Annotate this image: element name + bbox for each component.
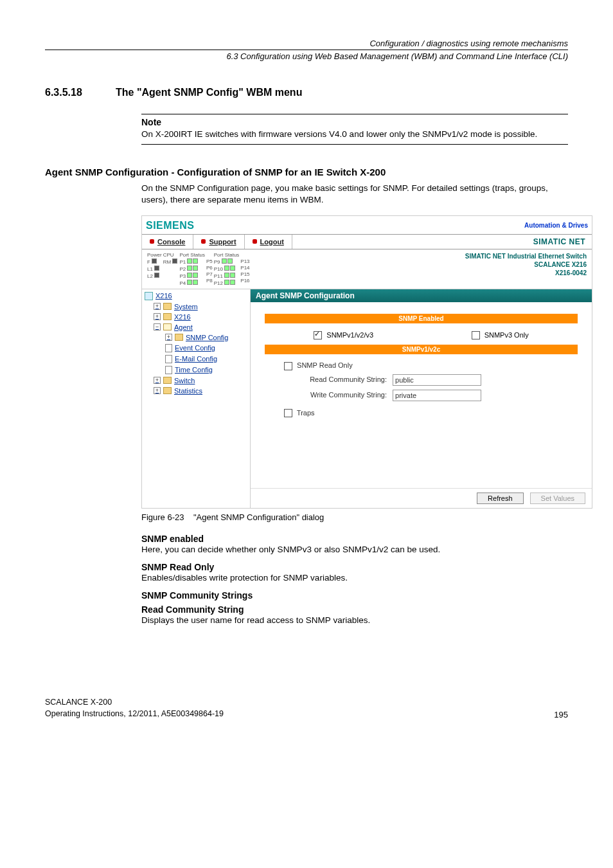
folder-icon xyxy=(175,334,183,341)
page-icon xyxy=(165,355,172,363)
write-community-input[interactable]: private xyxy=(393,390,481,401)
note-body: On X-200IRT IE switches with firmware ve… xyxy=(141,129,568,144)
section-title: The "Agent SNMP Config" WBM menu xyxy=(116,87,302,98)
expand-icon[interactable]: + xyxy=(165,334,172,341)
figure-caption: Figure 6-23 "Agent SNMP Configuration" d… xyxy=(141,512,568,522)
intro-paragraph: On the SNMP Configuration page, you make… xyxy=(141,183,568,206)
set-values-button: Set Values xyxy=(530,493,585,504)
nav-tree: X216 + System + X216 − xyxy=(142,289,251,508)
power-label: Power xyxy=(147,252,162,258)
snmp-v3only-option[interactable]: SNMPv3 Only xyxy=(472,331,529,340)
folder-icon xyxy=(163,303,172,310)
automation-drives-link[interactable]: Automation & Drives xyxy=(524,222,588,229)
running-head: Configuration / diagnostics using remote… xyxy=(45,39,568,48)
read-community-heading: Read Community String xyxy=(141,604,568,615)
dot-icon xyxy=(150,239,154,244)
l2-label: L2 xyxy=(147,273,153,279)
running-sub: 6.3 Configuration using Web Based Manage… xyxy=(45,50,568,61)
snmp-read-only-text: Enables/disables write protection for SN… xyxy=(141,572,568,584)
nav-event-config[interactable]: Event Config xyxy=(142,343,250,354)
nav-email-config[interactable]: E-Mail Config xyxy=(142,354,250,365)
tab-support[interactable]: Support xyxy=(193,235,244,249)
device-icon xyxy=(145,292,153,300)
dot-icon xyxy=(253,239,257,244)
siemens-logo: SIEMENS xyxy=(146,220,195,231)
write-community-label: Write Community String: xyxy=(284,391,391,399)
device-id: SIMATIC NET Industrial Ethernet Switch S… xyxy=(465,252,587,286)
folder-icon xyxy=(163,313,172,320)
tab-logout-label: Logout xyxy=(260,238,284,246)
page-icon xyxy=(165,366,172,374)
nav-snmp-config[interactable]: + SNMP Config xyxy=(142,332,250,343)
tab-console-label: Console xyxy=(157,238,185,246)
rm-label: RM xyxy=(163,259,171,265)
traps-option[interactable]: Traps xyxy=(265,407,578,420)
note-label: Note xyxy=(141,114,568,129)
nav-root[interactable]: X216 xyxy=(142,291,250,302)
folder-icon xyxy=(163,377,172,384)
snmp-read-only-heading: SNMP Read Only xyxy=(141,562,568,572)
snmp-enabled-heading: SNMP enabled xyxy=(141,534,568,544)
port-status-b: Port Status xyxy=(214,252,240,258)
port-status-panel: Power F L1 L2 CPU RM Port Status P1 P2 P… xyxy=(147,252,250,286)
read-community-text: Displays the user name for read access t… xyxy=(141,615,568,626)
refresh-button[interactable]: Refresh xyxy=(477,493,524,504)
dot-icon xyxy=(201,239,206,244)
collapse-icon[interactable]: − xyxy=(154,323,161,330)
l1-label: L1 xyxy=(147,266,153,272)
footer-left: SCALANCE X-200 Operating Instructions, 1… xyxy=(45,697,224,719)
nav-switch[interactable]: + Switch xyxy=(142,375,250,386)
checkbox-icon[interactable] xyxy=(284,409,292,417)
footer-page-number: 195 xyxy=(554,710,568,719)
expand-icon[interactable]: + xyxy=(154,387,161,394)
nav-statistics[interactable]: + Statistics xyxy=(142,386,250,396)
tab-support-label: Support xyxy=(209,238,236,246)
expand-icon[interactable]: + xyxy=(154,303,161,310)
f-label: F xyxy=(147,259,150,265)
band-snmp-enabled: SNMP Enabled xyxy=(265,314,578,323)
page-icon xyxy=(165,344,172,352)
expand-icon[interactable]: + xyxy=(154,377,161,384)
checkbox-icon[interactable] xyxy=(314,331,322,339)
subheading: Agent SNMP Configuration - Configuration… xyxy=(45,167,568,177)
folder-icon xyxy=(163,387,172,394)
cpu-label: CPU xyxy=(163,252,179,258)
folder-open-icon xyxy=(163,323,172,330)
snmp-community-strings-heading: SNMP Community Strings xyxy=(141,590,568,601)
checkbox-icon[interactable] xyxy=(284,362,292,370)
checkbox-icon[interactable] xyxy=(472,331,480,339)
port-status-a: Port Status xyxy=(179,252,205,258)
wbm-screenshot: SIEMENS Automation & Drives Console Supp… xyxy=(141,215,592,509)
nav-time-config[interactable]: Time Config xyxy=(142,365,250,375)
main-panel-title: Agent SNMP Configuration xyxy=(251,289,592,302)
read-community-input[interactable]: public xyxy=(393,374,481,386)
expand-icon[interactable]: + xyxy=(154,313,161,320)
band-snmp-v12c: SNMPv1/v2c xyxy=(265,345,578,354)
section-number: 6.3.5.18 xyxy=(45,87,116,98)
tab-logout[interactable]: Logout xyxy=(245,235,292,249)
tab-console[interactable]: Console xyxy=(142,235,193,249)
simatic-net-label: SIMATIC NET xyxy=(527,235,592,249)
nav-agent[interactable]: − Agent xyxy=(142,322,250,332)
snmp-read-only-option[interactable]: SNMP Read Only xyxy=(265,359,578,372)
snmp-v123-option[interactable]: SNMPv1/v2/v3 xyxy=(314,331,373,340)
nav-system[interactable]: + System xyxy=(142,302,250,312)
snmp-enabled-text: Here, you can decide whether only SNMPv3… xyxy=(141,544,568,556)
read-community-label: Read Community String: xyxy=(284,375,391,383)
nav-x216[interactable]: + X216 xyxy=(142,312,250,322)
